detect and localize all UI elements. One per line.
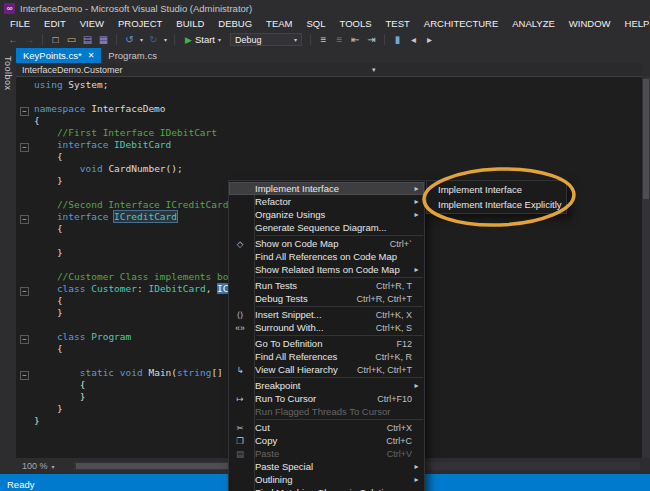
toolbar-separator: [384, 34, 385, 45]
navigation-bar[interactable]: InterfaceDemo.Customer ▾: [16, 63, 642, 77]
code-line[interactable]: [16, 91, 642, 103]
menu-item-label: Insert Snippet...: [251, 309, 370, 320]
visual-studio-logo-icon: ∞: [4, 3, 15, 14]
tab-program-cs[interactable]: Program.cs: [101, 48, 164, 63]
navigate-backward-icon[interactable]: ←: [6, 32, 21, 47]
fold-margin: [16, 175, 34, 187]
menu-sql[interactable]: SQL: [300, 16, 333, 31]
fold-margin: [16, 355, 34, 367]
comment-icon[interactable]: ≡: [316, 32, 331, 47]
previous-bookmark-icon[interactable]: ◂: [406, 32, 421, 47]
menu-item-find-matching-clones-in-solution[interactable]: Find Matching Clones in Solution: [229, 486, 424, 491]
menu-team[interactable]: TEAM: [259, 16, 299, 31]
menu-project[interactable]: PROJECT: [111, 16, 169, 31]
menu-item-outlining[interactable]: Outlining▸: [229, 473, 424, 486]
menu-edit[interactable]: EDIT: [37, 16, 73, 31]
menu-test[interactable]: TEST: [379, 16, 417, 31]
menu-file[interactable]: FILE: [3, 16, 37, 31]
start-debug-button[interactable]: ▶Start▾: [180, 34, 226, 45]
next-bookmark-icon[interactable]: ▸: [422, 32, 437, 47]
code-line[interactable]: −namespace InterfaceDemo: [16, 103, 642, 115]
tab-keypoints-cs[interactable]: KeyPoints.cs*✕: [16, 48, 101, 63]
uncomment-icon[interactable]: ≡: [332, 32, 347, 47]
chevron-down-icon[interactable]: ▾: [372, 63, 376, 77]
menu-item-shortcut: Ctrl+X: [387, 423, 412, 433]
fold-margin: [16, 223, 34, 235]
code-line[interactable]: {: [16, 115, 642, 127]
menu-item-label: Cut: [251, 422, 381, 433]
menu-item-label: Refactor: [251, 196, 406, 207]
menu-view[interactable]: VIEW: [73, 16, 111, 31]
menu-build[interactable]: BUILD: [169, 16, 211, 31]
toolbar-separator: [310, 34, 311, 45]
start-label: Start: [195, 34, 215, 45]
code-text: //Second Interface ICreditCard: [34, 199, 228, 211]
window-title: InterfaceDemo - Microsoft Visual Studio …: [20, 3, 252, 14]
navigate-forward-icon[interactable]: →: [22, 32, 37, 47]
menu-item-label: Copy: [251, 435, 380, 446]
vertical-scrollbar-thumb[interactable]: [643, 79, 649, 199]
code-line[interactable]: //First Interface IDebitCart: [16, 127, 642, 139]
menu-item-refactor[interactable]: Refactor▸: [229, 195, 424, 208]
menu-item-shortcut: Ctrl+F10: [377, 394, 412, 404]
menu-item-run-tests[interactable]: Run TestsCtrl+R, T: [229, 279, 424, 292]
submenu-arrow-icon: ▸: [412, 184, 421, 193]
menu-item-insert-snippet[interactable]: ⟨⟩Insert Snippet...Ctrl+K, X: [229, 308, 424, 321]
menu-architecture[interactable]: ARCHITECTURE: [417, 16, 505, 31]
menu-item-find-all-references[interactable]: Find All ReferencesCtrl+K, R: [229, 350, 424, 363]
zoom-control[interactable]: 100 % ▾: [16, 461, 74, 471]
submenu-arrow-icon: ▸: [412, 197, 421, 206]
menu-item-label: Organize Usings: [251, 209, 406, 220]
submenu-item-implement-interface-explicitly[interactable]: Implement Interface Explicitly: [427, 197, 566, 212]
menu-item-view-call-hierarchy[interactable]: ↳View Call HierarchyCtrl+K, Ctrl+T: [229, 363, 424, 376]
menu-item-copy[interactable]: ❐CopyCtrl+C: [229, 434, 424, 447]
redo-icon[interactable]: ↻: [146, 32, 161, 47]
save-icon[interactable]: ▤: [80, 32, 95, 47]
code-line[interactable]: using System;: [16, 79, 642, 91]
menu-item-label: Debug Tests: [251, 293, 350, 304]
code-text: }: [34, 175, 63, 187]
menu-item-show-related-items-on-code-map[interactable]: Show Related Items on Code Map▸: [229, 263, 424, 276]
chevron-down-icon: ▾: [218, 36, 221, 43]
menu-item-breakpoint[interactable]: Breakpoint▸: [229, 379, 424, 392]
menu-analyze[interactable]: ANALYZE: [505, 16, 562, 31]
menu-debug[interactable]: DEBUG: [211, 16, 259, 31]
close-icon[interactable]: ✕: [88, 52, 95, 60]
new-file-icon[interactable]: □: [48, 32, 63, 47]
submenu-item-implement-interface[interactable]: Implement Interface: [427, 182, 566, 197]
menu-separator: [256, 377, 423, 378]
toolbar: ←→□▭▤▦↺▾↻▾▶Start▾Debug▾≡≡⇤⇥▮◂▸: [0, 31, 650, 48]
open-file-icon[interactable]: ▭: [64, 32, 79, 47]
code-line[interactable]: void CardNumber();: [16, 163, 642, 175]
decrease-indent-icon[interactable]: ⇤: [348, 32, 363, 47]
toolbox-strip[interactable]: Toolbox: [0, 48, 16, 474]
menu-item-run-to-cursor[interactable]: ↦Run To CursorCtrl+F10: [229, 392, 424, 405]
menu-item-implement-interface[interactable]: Implement Interface▸: [229, 182, 424, 195]
vertical-scrollbar[interactable]: [642, 77, 650, 458]
undo-icon-dropdown[interactable]: ▾: [138, 36, 145, 43]
save-all-icon[interactable]: ▦: [96, 32, 111, 47]
menu-help[interactable]: HELP: [618, 16, 650, 31]
toolbox-tab-label: Toolbox: [3, 56, 13, 91]
menu-item-paste-special[interactable]: Paste Special▸: [229, 460, 424, 473]
increase-indent-icon[interactable]: ⇥: [364, 32, 379, 47]
menu-item-debug-tests[interactable]: Debug TestsCtrl+R, Ctrl+T: [229, 292, 424, 305]
menu-item-show-on-code-map[interactable]: ◇Show on Code MapCtrl+`: [229, 237, 424, 250]
menu-item-cut[interactable]: ✂CutCtrl+X: [229, 421, 424, 434]
menu-item-surround-with[interactable]: «»Surround With...Ctrl+K, S: [229, 321, 424, 334]
toggle-bookmark-icon[interactable]: ▮: [390, 32, 405, 47]
redo-icon-dropdown[interactable]: ▾: [162, 36, 169, 43]
menu-separator: [256, 277, 423, 278]
menu-item-find-all-references-on-code-map[interactable]: Find All References on Code Map: [229, 250, 424, 263]
menu-separator: [256, 306, 423, 307]
menu-item-go-to-definition[interactable]: Go To DefinitionF12: [229, 337, 424, 350]
code-line[interactable]: {: [16, 151, 642, 163]
solution-configuration-dropdown[interactable]: Debug▾: [230, 33, 302, 46]
menu-window[interactable]: WINDOW: [562, 16, 618, 31]
menu-tools[interactable]: TOOLS: [333, 16, 379, 31]
code-line[interactable]: − interface IDebitCard: [16, 139, 642, 151]
fold-margin: [16, 307, 34, 319]
menu-item-generate-sequence-diagram[interactable]: Generate Sequence Diagram...: [229, 221, 424, 234]
undo-icon[interactable]: ↺: [122, 32, 137, 47]
menu-item-organize-usings[interactable]: Organize Usings▸: [229, 208, 424, 221]
